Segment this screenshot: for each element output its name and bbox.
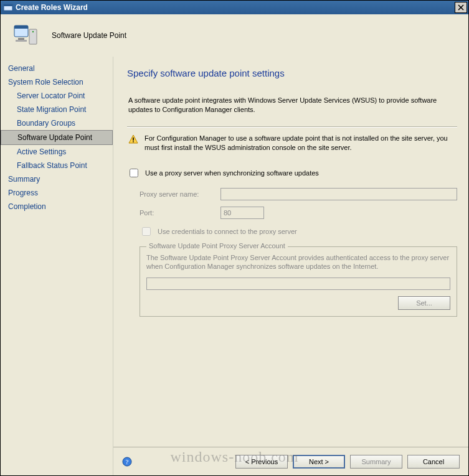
proxy-account-input[interactable]	[146, 278, 450, 290]
wizard-footer: ? < Previous Next > Summary Cancel	[113, 447, 468, 475]
proxy-port-input[interactable]	[220, 207, 264, 219]
use-proxy-checkbox[interactable]	[130, 169, 138, 177]
warning-icon	[128, 134, 138, 144]
close-icon	[458, 4, 464, 11]
sidebar-item[interactable]: Boundary Groups	[7, 116, 113, 130]
close-button[interactable]	[455, 2, 467, 13]
sidebar-item[interactable]: State Migration Point	[7, 103, 113, 116]
sidebar-item[interactable]: Completion	[7, 200, 113, 213]
groupbox-button-row: Set...	[146, 296, 450, 310]
use-credentials-checkbox[interactable]	[142, 227, 151, 236]
page-heading: Specify software update point settings	[127, 68, 457, 78]
svg-rect-7	[18, 38, 24, 40]
sidebar-item[interactable]: Server Locator Point	[7, 89, 113, 103]
proxy-account-groupbox: Software Update Point Proxy Server Accou…	[140, 246, 457, 317]
sidebar-item[interactable]: Progress	[7, 186, 113, 200]
groupbox-desc: The Software Update Point Proxy Server A…	[146, 253, 450, 272]
title-bar: Create Roles Wizard	[1, 1, 468, 14]
warning-row: For Configuration Manager to use a softw…	[127, 134, 457, 153]
svg-rect-5	[14, 26, 28, 29]
proxy-port-row: Port:	[140, 207, 457, 219]
sidebar-item[interactable]: Active Settings	[7, 145, 113, 159]
divider	[127, 126, 457, 128]
intro-text: A software update point integrates with …	[127, 96, 457, 115]
groupbox-legend: Software Update Point Proxy Server Accou…	[146, 242, 288, 250]
wizard-subtitle: Software Update Point	[52, 31, 126, 40]
sidebar-item[interactable]: General	[7, 62, 113, 75]
content-wrap: Specify software update point settings A…	[113, 57, 468, 475]
cancel-button[interactable]: Cancel	[407, 455, 460, 469]
svg-rect-1	[4, 4, 12, 6]
wizard-content: Specify software update point settings A…	[113, 57, 468, 447]
wizard-window: Create Roles Wizard Software Update Poin…	[0, 0, 469, 476]
next-button[interactable]: Next >	[293, 455, 345, 469]
help-icon: ?	[122, 457, 132, 467]
wizard-icon	[11, 21, 40, 50]
previous-button[interactable]: < Previous	[235, 455, 288, 469]
svg-rect-12	[133, 141, 134, 142]
wizard-body: GeneralSystem Role SelectionServer Locat…	[1, 57, 468, 475]
warning-text: For Configuration Manager to use a softw…	[144, 134, 457, 153]
sidebar-item[interactable]: Software Update Point	[1, 130, 113, 145]
svg-rect-11	[133, 138, 134, 141]
use-credentials-row: Use credentials to connect to the proxy …	[140, 225, 457, 238]
help-button[interactable]: ?	[122, 457, 132, 467]
proxy-form: Proxy server name: Port: Use credentials…	[127, 188, 457, 317]
app-icon	[3, 2, 13, 12]
proxy-name-input[interactable]	[220, 188, 457, 200]
proxy-name-label: Proxy server name:	[140, 190, 220, 198]
wizard-sidebar: GeneralSystem Role SelectionServer Locat…	[1, 57, 113, 475]
proxy-port-label: Port:	[140, 209, 220, 217]
sidebar-item[interactable]: Fallback Status Point	[7, 159, 113, 172]
wizard-header: Software Update Point	[1, 14, 468, 57]
summary-button[interactable]: Summary	[350, 455, 402, 469]
svg-text:?: ?	[126, 458, 129, 465]
use-proxy-row: Use a proxy server when synchronizing so…	[127, 167, 457, 179]
set-account-button[interactable]: Set...	[398, 296, 450, 310]
svg-point-9	[32, 31, 34, 32]
proxy-name-row: Proxy server name:	[140, 188, 457, 200]
svg-rect-8	[16, 40, 27, 42]
use-proxy-label: Use a proxy server when synchronizing so…	[145, 169, 319, 177]
window-title: Create Roles Wizard	[16, 3, 455, 12]
sidebar-item[interactable]: Summary	[7, 172, 113, 186]
use-credentials-label: Use credentials to connect to the proxy …	[158, 228, 297, 235]
sidebar-item[interactable]: System Role Selection	[7, 75, 113, 89]
